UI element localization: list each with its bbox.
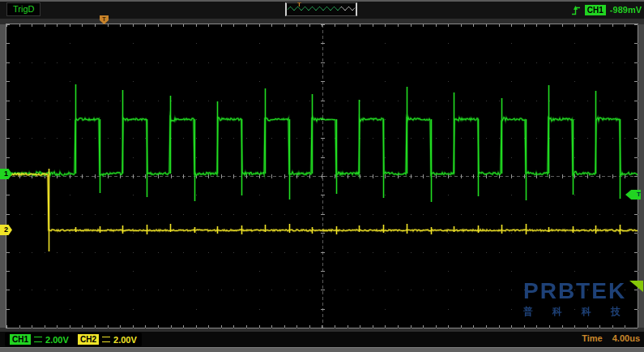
brand-logo: PRBTEK (523, 280, 640, 303)
trigger-readout-group: CH1 -989mV (571, 3, 642, 16)
oscilloscope-screen: TrigD T CH1 -989mV T 1 2 T PRBTEK 普科科技 (0, 0, 644, 352)
trigger-level-readout: -989mV (610, 5, 642, 15)
logo-accent-triangle-icon (629, 281, 643, 292)
brand-watermark: PRBTEK 普科科技 (523, 280, 640, 319)
trigger-source-badge: CH1 (585, 5, 606, 15)
brand-text: PRBTEK (523, 278, 626, 303)
horizontal-record-preview: T (285, 2, 357, 16)
brand-tagline: 普科科技 (523, 305, 640, 319)
preview-trigger-position-icon: T (297, 1, 301, 8)
rising-edge-trigger-icon (571, 4, 581, 16)
trigger-status-badge: TrigD (6, 2, 41, 16)
